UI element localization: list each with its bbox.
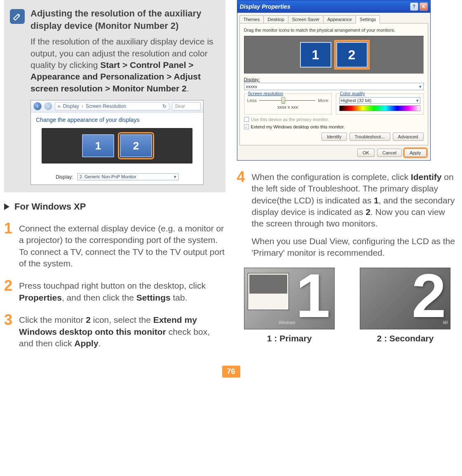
display-dropdown[interactable]: 2. Generic Non-PnP Monitor ▾ (77, 173, 178, 180)
folder-icon: « (58, 103, 61, 109)
step-1: 1 Connect the external display device (e… (4, 221, 225, 269)
slider-less-label: Less (247, 98, 257, 103)
step-4: 4 When the configuration is complete, cl… (237, 170, 458, 259)
note-title: Adjusting the resolution of the auxiliar… (30, 7, 216, 32)
monitor-2-icon[interactable]: 2 (120, 134, 152, 157)
xp-instruction: Drag the monitor icons to match the phys… (244, 28, 424, 33)
section-for-windows-xp: For Windows XP (4, 201, 225, 212)
xp-settings-panel: Drag the monitor icons to match the phys… (239, 23, 428, 145)
color-quality-group: Color quality Highest (32 bit)▾ (336, 93, 424, 114)
step-1-number: 1 (4, 221, 16, 269)
slider-thumb[interactable] (281, 97, 285, 104)
screen-resolution-group: Screen resolution Less More xxxx x xxx (244, 93, 332, 114)
primary-monitor-label: Use this device as the primary monitor. (251, 117, 329, 122)
identify-button[interactable]: Identify (321, 133, 347, 141)
primary-monitor-checkbox-row: Use this device as the primary monitor. (244, 117, 424, 122)
step-2-number: 2 (4, 278, 16, 303)
slider-more-label: More (318, 98, 328, 103)
breadcrumb-bar: ‹ › « Display › Screen Resolution ↻ Sear (31, 100, 203, 112)
identify-number-2: 2 (412, 268, 446, 327)
step-2-body: Press touchpad right button on the deskt… (19, 278, 225, 303)
tab-settings[interactable]: Settings (356, 15, 380, 23)
back-button[interactable]: ‹ (33, 102, 42, 110)
identify-secondary-image: 2 Wi (360, 268, 450, 329)
apply-button[interactable]: Apply (404, 149, 427, 157)
step-2: 2 Press touchpad right button on the des… (4, 278, 225, 303)
color-quality-dropdown[interactable]: Highest (32 bit)▾ (339, 97, 420, 104)
xp-tabs: Themes Desktop Screen Saver Appearance S… (237, 13, 430, 23)
xp-display-dropdown[interactable]: xxxxx▾ (244, 83, 424, 90)
identify-secondary: 2 Wi 2 : Secondary (353, 268, 458, 343)
color-spectrum-bar (339, 105, 420, 111)
tab-themes[interactable]: Themes (239, 15, 264, 23)
step-3-body: Click the monitor 2 icon, select the Ext… (19, 313, 225, 349)
primary-monitor-checkbox (244, 117, 249, 122)
windows-logo-icon: Windows (279, 320, 295, 325)
pencil-note-icon (10, 9, 25, 24)
breadcrumb-field[interactable]: « Display › Screen Resolution ↻ (55, 102, 169, 110)
color-quality-title: Color quality (339, 91, 366, 96)
vista-heading: Change the appearance of your displays (31, 112, 203, 126)
breadcrumb-display: Display (63, 103, 79, 109)
search-input[interactable]: Sear (172, 102, 201, 110)
mini-dialog-icon (248, 273, 289, 310)
step-4-number: 4 (237, 170, 249, 259)
extend-desktop-label: Extend my Windows desktop onto this moni… (251, 124, 345, 129)
vista-screenshot: ‹ › « Display › Screen Resolution ↻ Sear… (30, 100, 204, 185)
step-3-number: 3 (4, 313, 16, 349)
refresh-icon[interactable]: ↻ (162, 103, 167, 109)
identify-primary: 1 Windows 1 : Primary (237, 268, 342, 343)
tab-desktop[interactable]: Desktop (263, 15, 288, 23)
troubleshoot-button[interactable]: Troubleshoot... (349, 133, 390, 141)
forward-button[interactable]: › (44, 102, 52, 110)
help-button[interactable]: ? (410, 2, 418, 11)
extend-desktop-checkbox[interactable]: ✓ (244, 124, 249, 129)
identify-number-1: 1 (296, 268, 330, 327)
identify-screenshots: 1 Windows 1 : Primary 2 Wi 2 : Secondary (237, 268, 458, 343)
chevron-down-icon: ▾ (174, 174, 176, 180)
tab-screen-saver[interactable]: Screen Saver (288, 15, 324, 23)
page-number: 76 (222, 366, 240, 378)
xp-display-label: Display: (244, 77, 424, 82)
note-box: Adjusting the resolution of the auxiliar… (4, 0, 225, 192)
monitor-layout-area[interactable]: 1 2 (42, 128, 192, 163)
screen-resolution-title: Screen resolution (247, 91, 285, 96)
section-title: For Windows XP (14, 201, 86, 212)
resolution-value: xxxx x xxx (247, 105, 328, 110)
monitor-1-icon[interactable]: 1 (82, 134, 114, 157)
breadcrumb-screenres: Screen Resolution (86, 103, 126, 109)
identify-primary-caption: 1 : Primary (237, 334, 342, 343)
resolution-slider[interactable] (259, 100, 316, 101)
xp-monitor-2[interactable]: 2 (336, 42, 368, 68)
xp-monitor-area[interactable]: 1 2 (244, 36, 424, 74)
extend-desktop-checkbox-row[interactable]: ✓ Extend my Windows desktop onto this mo… (244, 124, 424, 129)
chevron-down-icon: ▾ (416, 98, 419, 103)
step-4-recommendation: When you use Dual View, configuring the … (252, 236, 458, 259)
identify-secondary-caption: 2 : Secondary (353, 334, 458, 343)
display-label: Display: (56, 174, 73, 180)
identify-primary-image: 1 Windows (244, 268, 335, 329)
note-body-post: . (187, 84, 189, 93)
xp-title-text: Display Properties (240, 3, 291, 10)
tab-appearance[interactable]: Appearance (323, 15, 356, 23)
ok-button[interactable]: OK (357, 149, 375, 157)
step-3: 3 Click the monitor 2 icon, select the E… (4, 313, 225, 349)
cancel-button[interactable]: Cancel (377, 149, 402, 157)
step-1-body: Connect the external display device (e.g… (19, 221, 225, 269)
xp-display-properties-dialog: Display Properties ? X Themes Desktop Sc… (237, 0, 431, 161)
close-button[interactable]: X (420, 2, 428, 11)
xp-titlebar[interactable]: Display Properties ? X (237, 0, 430, 13)
advanced-button[interactable]: Advanced (393, 133, 424, 141)
windows-logo-icon: Wi (443, 320, 448, 325)
step-4-body: When the configuration is complete, clic… (252, 170, 458, 259)
xp-monitor-1[interactable]: 1 (300, 42, 331, 68)
chevron-down-icon: ▾ (419, 84, 422, 89)
triangle-right-icon (4, 203, 9, 210)
chevron-right-icon: › (82, 103, 83, 109)
note-body: If the resolution of the auxiliary displ… (30, 36, 216, 94)
